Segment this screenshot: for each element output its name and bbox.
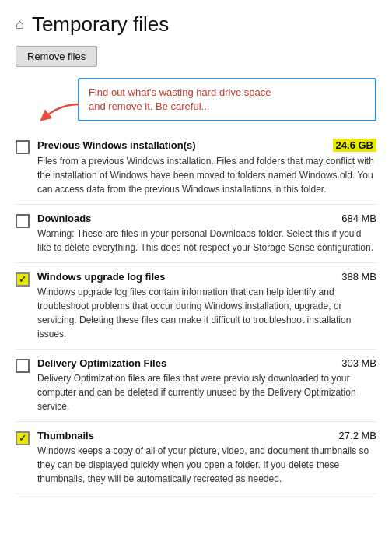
file-name-thumbnails: Thumbnails xyxy=(37,430,94,441)
file-header-3: Delivery Optimization Files 303 MB xyxy=(37,357,376,369)
checkbox-upgrade-logs[interactable] xyxy=(16,272,30,287)
file-size-downloads: 684 MB xyxy=(341,213,376,224)
file-info-upgrade-logs: Windows upgrade log files 388 MB Windows… xyxy=(37,271,376,341)
file-info-downloads: Downloads 684 MB Warning: These are file… xyxy=(37,213,376,255)
file-desc-upgrade-logs: Windows upgrade log files contain inform… xyxy=(37,285,376,341)
file-desc-downloads: Warning: These are files in your persona… xyxy=(37,227,376,255)
file-item-previous-windows: Previous Windows installation(s) 24.6 GB… xyxy=(16,131,376,205)
file-desc-delivery-optimization: Delivery Optimization files are files th… xyxy=(37,371,376,413)
checkbox-area-0[interactable] xyxy=(16,140,30,154)
file-name-downloads: Downloads xyxy=(37,213,91,224)
file-info-delivery-optimization: Delivery Optimization Files 303 MB Deliv… xyxy=(37,357,376,413)
file-size-delivery-optimization: 303 MB xyxy=(341,357,376,369)
checkbox-downloads[interactable] xyxy=(16,214,30,228)
file-item-upgrade-logs: Windows upgrade log files 388 MB Windows… xyxy=(16,263,376,350)
file-size-previous-windows: 24.6 GB xyxy=(333,139,376,152)
checkbox-area-2[interactable] xyxy=(16,272,30,287)
file-size-thumbnails: 27.2 MB xyxy=(339,430,376,441)
file-name-delivery-optimization: Delivery Optimization Files xyxy=(37,357,166,369)
file-header-1: Downloads 684 MB xyxy=(37,213,376,224)
tooltip-text: Find out what's wasting hard drive space… xyxy=(89,86,271,112)
page-container: ⌂ Temporary files Remove files Find out … xyxy=(0,0,392,507)
checkbox-area-3[interactable] xyxy=(16,359,30,373)
file-header-2: Windows upgrade log files 388 MB xyxy=(37,271,376,283)
file-name-previous-windows: Previous Windows installation(s) xyxy=(37,139,196,151)
checkbox-area-4[interactable] xyxy=(16,431,30,445)
home-icon[interactable]: ⌂ xyxy=(16,16,24,33)
tooltip-box: Find out what's wasting hard drive space… xyxy=(78,78,376,121)
file-size-upgrade-logs: 388 MB xyxy=(341,271,376,283)
file-item-downloads: Downloads 684 MB Warning: These are file… xyxy=(16,205,376,263)
checkbox-area-1[interactable] xyxy=(16,214,30,228)
arrow-icon xyxy=(37,100,83,124)
tooltip-wrapper: Remove files Find out what's wasting har… xyxy=(16,46,376,121)
remove-files-button[interactable]: Remove files xyxy=(16,46,97,67)
file-desc-thumbnails: Windows keeps a copy of all of your pict… xyxy=(37,444,376,486)
file-items-list: Previous Windows installation(s) 24.6 GB… xyxy=(16,131,376,494)
file-info-previous-windows: Previous Windows installation(s) 24.6 GB… xyxy=(37,139,376,196)
checkbox-previous-windows[interactable] xyxy=(16,140,30,154)
checkbox-thumbnails[interactable] xyxy=(16,431,30,445)
file-header-0: Previous Windows installation(s) 24.6 GB xyxy=(37,139,376,152)
page-title: Temporary files xyxy=(32,12,169,37)
page-header: ⌂ Temporary files xyxy=(16,12,376,37)
file-desc-previous-windows: Files from a previous Windows installati… xyxy=(37,154,376,196)
file-header-4: Thumbnails 27.2 MB xyxy=(37,430,376,441)
file-item-delivery-optimization: Delivery Optimization Files 303 MB Deliv… xyxy=(16,350,376,422)
file-item-thumbnails: Thumbnails 27.2 MB Windows keeps a copy … xyxy=(16,422,376,494)
file-name-upgrade-logs: Windows upgrade log files xyxy=(37,271,166,283)
checkbox-delivery-optimization[interactable] xyxy=(16,359,30,373)
file-info-thumbnails: Thumbnails 27.2 MB Windows keeps a copy … xyxy=(37,430,376,486)
